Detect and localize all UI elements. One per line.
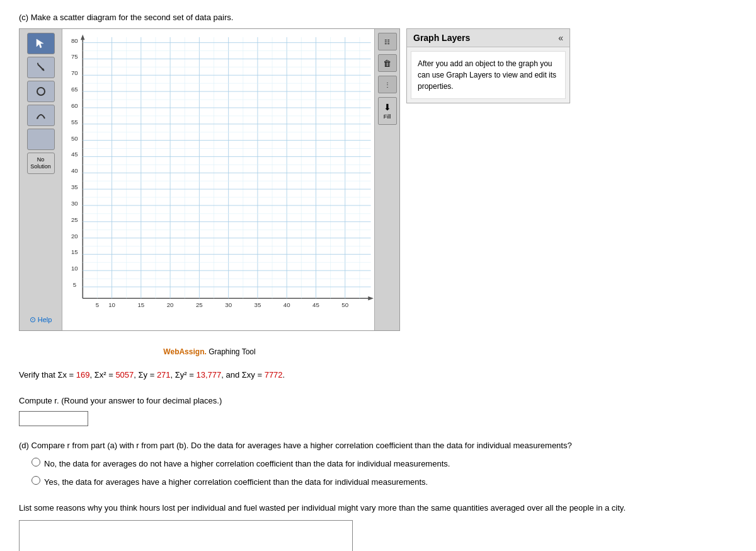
svg-marker-0 bbox=[37, 39, 43, 48]
svg-text:55: 55 bbox=[71, 119, 78, 125]
arrow-tool[interactable] bbox=[27, 33, 55, 54]
compute-label: Compute r. (Round your answer to four de… bbox=[19, 393, 737, 408]
sigma-x2: 5057 bbox=[115, 370, 134, 380]
gl-body: After you add an object to the graph you… bbox=[411, 51, 566, 99]
option-no-label: No, the data for averages do not have a … bbox=[44, 456, 450, 471]
graphing-tool-label: Graphing Tool bbox=[209, 347, 256, 356]
svg-text:20: 20 bbox=[167, 301, 174, 308]
option-yes-radio[interactable] bbox=[32, 476, 40, 485]
no-solution-label: NoSolution bbox=[30, 156, 51, 170]
help-link[interactable]: ⊙ Help bbox=[30, 315, 52, 327]
svg-text:5: 5 bbox=[73, 281, 76, 288]
list-reasons-input[interactable] bbox=[19, 520, 353, 551]
webassign-brand: WebAssign. bbox=[163, 347, 206, 356]
instruction-c: (c) Make a scatter diagram for the secon… bbox=[19, 13, 737, 22]
no-solution-btn[interactable]: NoSolution bbox=[27, 153, 55, 174]
verify-prefix: Verify that Σx = bbox=[19, 370, 76, 380]
compute-r-input[interactable] bbox=[19, 411, 88, 426]
fill-label: Fill bbox=[384, 113, 391, 120]
svg-text:50: 50 bbox=[71, 135, 78, 142]
gl-title: Graph Layers bbox=[413, 33, 470, 43]
svg-text:10: 10 bbox=[71, 265, 78, 272]
fill-btn[interactable]: ⬇ Fill bbox=[378, 97, 397, 125]
option-yes-label: Yes, the data for averages have a higher… bbox=[44, 475, 428, 489]
dot-tool[interactable] bbox=[27, 129, 55, 150]
graphing-tool: NoSolution ⊙ Help 80 75 70 65 60 55 50 4… bbox=[19, 28, 400, 331]
verify-mid2: , Σy = bbox=[134, 370, 157, 380]
sigma-y: 271 bbox=[157, 370, 171, 380]
svg-text:50: 50 bbox=[341, 301, 348, 308]
svg-text:40: 40 bbox=[71, 167, 78, 174]
gl-header: Graph Layers « bbox=[407, 29, 570, 47]
webassign-footer: WebAssign. Graphing Tool bbox=[19, 347, 400, 356]
part-d-label: (d) Compare r from part (a) with r from … bbox=[19, 439, 737, 453]
delete-btn[interactable]: 🗑 bbox=[378, 54, 397, 72]
verify-mid1: , Σx² = bbox=[89, 370, 115, 380]
part-d-section: (d) Compare r from part (a) with r from … bbox=[19, 439, 737, 490]
sigma-x: 169 bbox=[76, 370, 90, 380]
svg-text:80: 80 bbox=[71, 37, 78, 44]
list-reasons-label: List some reasons why you think hours lo… bbox=[19, 501, 737, 515]
help-label: Help bbox=[38, 316, 52, 323]
sigma-y2: 13,777 bbox=[197, 370, 222, 380]
tools-panel: NoSolution ⊙ Help bbox=[20, 29, 62, 330]
svg-text:5: 5 bbox=[96, 301, 99, 308]
option-no-container[interactable]: No, the data for averages do not have a … bbox=[32, 456, 737, 471]
svg-text:10: 10 bbox=[108, 301, 115, 308]
compute-section: Compute r. (Round your answer to four de… bbox=[19, 393, 737, 426]
graph-svg: 80 75 70 65 60 55 50 45 40 35 30 25 20 1… bbox=[62, 29, 374, 330]
verify-section: Verify that Σx = 169, Σx² = 5057, Σy = 2… bbox=[19, 368, 737, 382]
option-no-radio[interactable] bbox=[32, 458, 40, 467]
help-icon: ⊙ bbox=[30, 315, 36, 324]
svg-text:15: 15 bbox=[71, 248, 78, 255]
svg-text:20: 20 bbox=[71, 233, 78, 240]
graph-layers-panel: Graph Layers « After you add an object t… bbox=[406, 28, 570, 103]
move-tool[interactable] bbox=[27, 57, 55, 78]
svg-text:75: 75 bbox=[71, 53, 78, 60]
svg-text:25: 25 bbox=[196, 301, 203, 308]
curve-tool[interactable] bbox=[27, 105, 55, 126]
svg-marker-25 bbox=[81, 35, 84, 40]
svg-text:45: 45 bbox=[71, 151, 78, 158]
gl-description: After you add an object to the graph you… bbox=[418, 59, 556, 91]
svg-text:65: 65 bbox=[71, 86, 78, 93]
svg-text:35: 35 bbox=[255, 301, 261, 308]
option-yes-container[interactable]: Yes, the data for averages have a higher… bbox=[32, 475, 737, 489]
graph-canvas[interactable]: 80 75 70 65 60 55 50 45 40 35 30 25 20 1… bbox=[62, 29, 374, 330]
svg-text:30: 30 bbox=[71, 200, 78, 207]
svg-text:60: 60 bbox=[71, 102, 78, 109]
svg-text:40: 40 bbox=[284, 301, 290, 308]
circle-tool[interactable] bbox=[27, 81, 55, 102]
layers-btn[interactable]: ☷ bbox=[378, 33, 397, 50]
sigma-xy: 7772 bbox=[265, 370, 283, 380]
svg-text:30: 30 bbox=[225, 301, 232, 308]
svg-text:15: 15 bbox=[137, 301, 144, 308]
svg-text:25: 25 bbox=[71, 216, 78, 223]
svg-text:35: 35 bbox=[71, 183, 78, 190]
more-btn[interactable]: ⋮ bbox=[378, 76, 397, 93]
svg-text:45: 45 bbox=[312, 301, 319, 308]
verify-mid4: , and Σxy = bbox=[221, 370, 264, 380]
svg-point-5 bbox=[37, 88, 45, 95]
list-reasons-section: List some reasons why you think hours lo… bbox=[19, 501, 737, 551]
gl-collapse-btn[interactable]: « bbox=[558, 33, 563, 43]
right-panel: ☷ 🗑 ⋮ ⬇ Fill bbox=[374, 29, 399, 330]
svg-text:70: 70 bbox=[71, 69, 78, 76]
svg-marker-26 bbox=[368, 296, 374, 300]
verify-mid3: , Σy² = bbox=[171, 370, 197, 380]
verify-period: . bbox=[283, 370, 285, 380]
